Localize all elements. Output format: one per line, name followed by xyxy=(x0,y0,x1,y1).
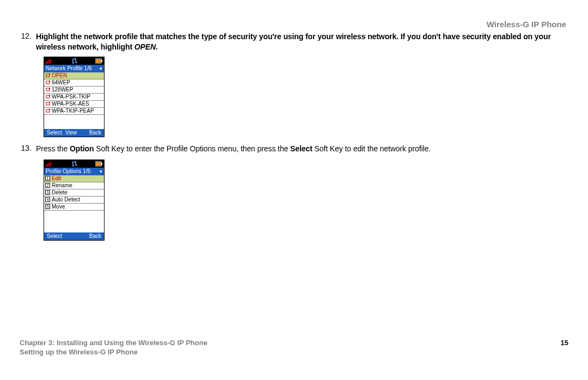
svg-point-14 xyxy=(48,95,50,96)
phone-status-bar xyxy=(44,57,104,65)
s13-p2: Soft Key to enter the Profile Options me… xyxy=(94,144,291,153)
svg-point-10 xyxy=(48,81,50,82)
phone2-row-3-label: Auto Detect xyxy=(52,197,80,203)
step-12-number: 12. xyxy=(20,32,36,52)
arrow-down-icon: ▾ xyxy=(100,168,102,175)
phone1-row-3-label: WPA-PSK-TKIP xyxy=(52,94,90,100)
footer-chapter: Chapter 3: Installing and Using the Wire… xyxy=(20,339,207,347)
phone2-empty-area xyxy=(44,211,104,232)
svg-rect-2 xyxy=(48,60,50,64)
svg-rect-6 xyxy=(96,59,101,63)
phone2-row-2-label: Delete xyxy=(52,189,68,196)
svg-rect-22 xyxy=(50,162,51,167)
profile-icon xyxy=(45,101,51,107)
svg-rect-3 xyxy=(50,59,51,64)
profile-icon xyxy=(45,108,51,114)
music-icon xyxy=(71,58,77,64)
phone-title-bar: Network Profile 1/6 ▾ xyxy=(44,65,104,72)
phone2-softkey-right: Back xyxy=(88,233,103,239)
step-13-number: 13. xyxy=(20,144,36,154)
step-12-text: Highlight the network profile that match… xyxy=(36,32,568,52)
s13-p1: Press the xyxy=(36,144,70,153)
phone1-row-wpa-psk-aes: WPA-PSK-AES xyxy=(44,101,104,108)
svg-point-12 xyxy=(48,88,50,89)
phone1-softkey-center: View xyxy=(64,130,79,136)
footer-section: Setting up the Wireless-G IP Phone xyxy=(20,348,568,356)
phone1-title: Network Profile 1/6 xyxy=(46,65,91,72)
phone-screenshot-network-profile: Network Profile 1/6 ▾ OPEN 64WEP 128WEP xyxy=(44,57,105,137)
svg-rect-5 xyxy=(101,60,102,62)
row-index-3: 3 xyxy=(45,190,50,195)
phone1-row-wpa-tkip-peap: WPA-TKIP-PEAP xyxy=(44,108,104,115)
phone2-row-edit: 1 Edit xyxy=(44,175,104,182)
svg-rect-25 xyxy=(96,162,101,166)
phone1-row-5-label: WPA-TKIP-PEAP xyxy=(52,108,94,114)
svg-rect-24 xyxy=(101,163,102,165)
profile-icon xyxy=(45,94,51,100)
phone2-row-rename: 2 Rename xyxy=(44,182,104,189)
phone1-softkey-bar: Select View Back xyxy=(44,129,104,137)
phone1-softkey-left: Select xyxy=(45,130,64,136)
phone1-row-64wep: 64WEP xyxy=(44,79,104,87)
phone2-row-1-label: Rename xyxy=(52,182,72,189)
svg-rect-1 xyxy=(47,61,48,64)
phone2-row-4-label: Move xyxy=(52,204,65,210)
svg-rect-19 xyxy=(45,165,46,167)
step-13: 13. Press the Option Soft Key to enter t… xyxy=(20,144,568,154)
profile-icon xyxy=(45,87,51,93)
svg-rect-20 xyxy=(47,164,48,167)
phone-screenshot-profile-options: Profile Options 1/5 ▾ 1 Edit 2 Rename 3 … xyxy=(44,160,105,241)
phone1-softkey-right: Back xyxy=(88,130,103,136)
signal-icon xyxy=(45,58,53,64)
phone1-row-1-label: 64WEP xyxy=(52,79,70,86)
row-index-4: 4 xyxy=(45,197,50,202)
phone1-row-0-label: OPEN xyxy=(52,72,67,79)
row-index-2: 2 xyxy=(45,183,50,188)
phone2-row-move: 5 Move xyxy=(44,204,104,211)
phone2-row-auto-detect: 4 Auto Detect xyxy=(44,197,104,204)
svg-point-18 xyxy=(48,109,50,110)
phone1-list: OPEN 64WEP 128WEP WPA-PSK-TKIP WPA-PSK-A… xyxy=(44,72,104,115)
phone-status-bar xyxy=(44,160,104,168)
step-12-open-word: OPEN xyxy=(134,42,156,51)
phone1-row-128wep: 128WEP xyxy=(44,87,104,94)
svg-rect-21 xyxy=(48,163,50,167)
footer-page-number: 15 xyxy=(561,339,568,347)
phone2-softkey-bar: Select Back xyxy=(44,232,104,240)
phone2-row-0-label: Edit xyxy=(52,175,61,182)
phone1-row-2-label: 128WEP xyxy=(52,87,73,93)
phone2-title: Profile Options 1/5 xyxy=(46,168,90,175)
row-index-1: 1 xyxy=(45,176,50,181)
step-12-text-before: Highlight the network profile that match… xyxy=(36,32,551,51)
battery-icon xyxy=(95,161,103,167)
phone1-empty-area xyxy=(44,115,104,129)
phone1-row-wpa-psk-tkip: WPA-PSK-TKIP xyxy=(44,94,104,101)
profile-icon xyxy=(45,73,51,78)
phone2-row-delete: 3 Delete xyxy=(44,189,104,197)
s13-b1: Option xyxy=(70,144,94,153)
s13-p3: Soft Key to edit the network profile. xyxy=(313,144,431,153)
profile-icon xyxy=(45,80,51,85)
phone2-list: 1 Edit 2 Rename 3 Delete 4 Auto Detect 5 xyxy=(44,175,104,211)
step-13-text: Press the Option Soft Key to enter the P… xyxy=(36,144,568,154)
music-icon xyxy=(71,161,77,167)
step-12-text-after: . xyxy=(156,42,158,51)
phone2-title-bar: Profile Options 1/5 ▾ xyxy=(44,168,104,175)
phone1-row-open: OPEN xyxy=(44,72,104,79)
arrow-down-icon: ▾ xyxy=(100,65,102,72)
header-product-name: Wireless-G IP Phone xyxy=(487,20,566,29)
s13-b2: Select xyxy=(290,144,313,153)
phone2-softkey-left: Select xyxy=(45,233,64,239)
row-index-5: 5 xyxy=(45,204,50,209)
signal-icon xyxy=(45,161,53,167)
page-footer: Chapter 3: Installing and Using the Wire… xyxy=(20,339,568,356)
battery-icon xyxy=(95,58,103,64)
svg-rect-0 xyxy=(45,62,46,64)
phone1-row-4-label: WPA-PSK-AES xyxy=(52,101,89,107)
svg-point-8 xyxy=(48,73,50,75)
step-12: 12. Highlight the network profile that m… xyxy=(20,32,568,52)
svg-point-16 xyxy=(48,102,50,103)
